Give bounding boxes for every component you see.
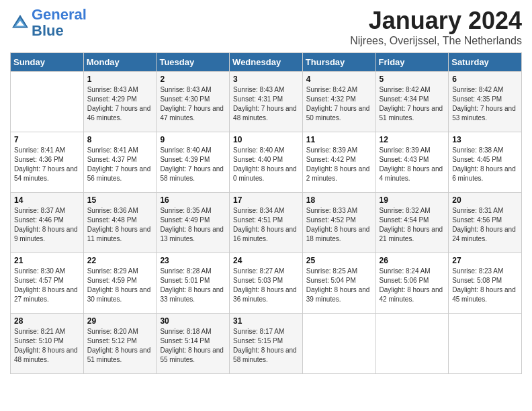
day-info: Sunrise: 8:31 AMSunset: 4:56 PMDaylight:… — [452, 206, 518, 244]
calendar-cell: 14Sunrise: 8:37 AMSunset: 4:46 PMDayligh… — [11, 193, 84, 253]
day-info: Sunrise: 8:21 AMSunset: 5:10 PMDaylight:… — [14, 327, 80, 365]
day-info: Sunrise: 8:17 AMSunset: 5:15 PMDaylight:… — [233, 327, 299, 365]
day-info: Sunrise: 8:42 AMSunset: 4:35 PMDaylight:… — [452, 85, 518, 123]
day-number: 17 — [233, 195, 299, 205]
day-number: 4 — [306, 75, 372, 84]
day-info: Sunrise: 8:40 AMSunset: 4:40 PMDaylight:… — [233, 146, 299, 183]
day-info: Sunrise: 8:24 AMSunset: 5:06 PMDaylight:… — [380, 267, 445, 304]
day-number: 21 — [14, 256, 80, 265]
weekday-header-wednesday: Wednesday — [230, 53, 303, 72]
day-info: Sunrise: 8:18 AMSunset: 5:14 PMDaylight:… — [160, 327, 226, 365]
day-info: Sunrise: 8:40 AMSunset: 4:39 PMDaylight:… — [160, 146, 226, 183]
day-number: 22 — [87, 256, 153, 265]
day-info: Sunrise: 8:30 AMSunset: 4:57 PMDaylight:… — [14, 267, 80, 304]
day-number: 15 — [87, 195, 153, 205]
day-number: 5 — [380, 75, 445, 84]
calendar-cell: 22Sunrise: 8:29 AMSunset: 4:59 PMDayligh… — [83, 253, 157, 314]
day-info: Sunrise: 8:42 AMSunset: 4:32 PMDaylight:… — [306, 85, 372, 123]
day-info: Sunrise: 8:28 AMSunset: 5:01 PMDaylight:… — [160, 267, 226, 304]
day-number: 16 — [160, 195, 226, 205]
day-info: Sunrise: 8:23 AMSunset: 5:08 PMDaylight:… — [452, 267, 518, 304]
calendar-cell: 8Sunrise: 8:41 AMSunset: 4:37 PMDaylight… — [83, 132, 157, 193]
calendar-cell: 21Sunrise: 8:30 AMSunset: 4:57 PMDayligh… — [11, 253, 84, 314]
calendar-cell: 24Sunrise: 8:27 AMSunset: 5:03 PMDayligh… — [230, 253, 303, 314]
day-number: 10 — [233, 135, 299, 144]
day-info: Sunrise: 8:41 AMSunset: 4:37 PMDaylight:… — [87, 146, 153, 183]
day-number: 3 — [233, 75, 299, 84]
day-info: Sunrise: 8:43 AMSunset: 4:30 PMDaylight:… — [160, 85, 226, 123]
calendar-cell: 18Sunrise: 8:33 AMSunset: 4:52 PMDayligh… — [302, 193, 375, 253]
logo-icon — [10, 13, 30, 33]
day-info: Sunrise: 8:38 AMSunset: 4:45 PMDaylight:… — [452, 146, 518, 183]
calendar-cell: 25Sunrise: 8:25 AMSunset: 5:04 PMDayligh… — [302, 253, 375, 314]
location-title: Nijrees, Overijssel, The Netherlands — [350, 35, 522, 47]
weekday-header-sunday: Sunday — [11, 53, 84, 72]
calendar-cell: 6Sunrise: 8:42 AMSunset: 4:35 PMDaylight… — [449, 72, 522, 132]
calendar-week-row: 21Sunrise: 8:30 AMSunset: 4:57 PMDayligh… — [11, 253, 522, 314]
day-info: Sunrise: 8:20 AMSunset: 5:12 PMDaylight:… — [87, 327, 153, 365]
calendar-week-row: 7Sunrise: 8:41 AMSunset: 4:36 PMDaylight… — [11, 132, 522, 193]
day-info: Sunrise: 8:25 AMSunset: 5:04 PMDaylight:… — [306, 267, 372, 304]
calendar-cell: 1Sunrise: 8:43 AMSunset: 4:29 PMDaylight… — [83, 72, 157, 132]
calendar-cell: 17Sunrise: 8:34 AMSunset: 4:51 PMDayligh… — [230, 193, 303, 253]
logo-text: GeneralBlue — [32, 7, 87, 39]
day-info: Sunrise: 8:32 AMSunset: 4:54 PMDaylight:… — [380, 206, 445, 244]
day-number: 20 — [452, 195, 518, 205]
day-info: Sunrise: 8:39 AMSunset: 4:42 PMDaylight:… — [306, 146, 372, 183]
calendar-cell: 16Sunrise: 8:35 AMSunset: 4:49 PMDayligh… — [157, 193, 230, 253]
page-header: GeneralBlue January 2024 Nijrees, Overij… — [10, 7, 522, 47]
day-number: 6 — [452, 75, 518, 84]
logo: GeneralBlue — [10, 7, 87, 39]
day-number: 30 — [160, 316, 226, 326]
day-info: Sunrise: 8:27 AMSunset: 5:03 PMDaylight:… — [233, 267, 299, 304]
day-number: 9 — [160, 135, 226, 144]
day-info: Sunrise: 8:43 AMSunset: 4:31 PMDaylight:… — [233, 85, 299, 123]
calendar-cell: 7Sunrise: 8:41 AMSunset: 4:36 PMDaylight… — [11, 132, 84, 193]
day-number: 11 — [306, 135, 372, 144]
day-number: 8 — [87, 135, 153, 144]
day-info: Sunrise: 8:29 AMSunset: 4:59 PMDaylight:… — [87, 267, 153, 304]
day-number: 24 — [233, 256, 299, 265]
day-info: Sunrise: 8:33 AMSunset: 4:52 PMDaylight:… — [306, 206, 372, 244]
day-number: 1 — [87, 75, 153, 84]
weekday-header-row: SundayMondayTuesdayWednesdayThursdayFrid… — [11, 53, 522, 72]
day-info: Sunrise: 8:37 AMSunset: 4:46 PMDaylight:… — [14, 206, 80, 244]
day-number: 26 — [380, 256, 445, 265]
calendar-cell — [11, 72, 84, 132]
day-number: 7 — [14, 135, 80, 144]
day-number: 12 — [380, 135, 445, 144]
day-number: 18 — [306, 195, 372, 205]
calendar-cell — [449, 314, 522, 374]
weekday-header-thursday: Thursday — [302, 53, 375, 72]
calendar-cell: 28Sunrise: 8:21 AMSunset: 5:10 PMDayligh… — [11, 314, 84, 374]
day-number: 28 — [14, 316, 80, 326]
day-info: Sunrise: 8:42 AMSunset: 4:34 PMDaylight:… — [380, 85, 445, 123]
calendar-cell: 31Sunrise: 8:17 AMSunset: 5:15 PMDayligh… — [230, 314, 303, 374]
day-info: Sunrise: 8:39 AMSunset: 4:43 PMDaylight:… — [380, 146, 445, 183]
weekday-header-saturday: Saturday — [449, 53, 522, 72]
day-info: Sunrise: 8:41 AMSunset: 4:36 PMDaylight:… — [14, 146, 80, 183]
calendar-table: SundayMondayTuesdayWednesdayThursdayFrid… — [10, 52, 522, 374]
calendar-cell: 15Sunrise: 8:36 AMSunset: 4:48 PMDayligh… — [83, 193, 157, 253]
calendar-week-row: 14Sunrise: 8:37 AMSunset: 4:46 PMDayligh… — [11, 193, 522, 253]
calendar-week-row: 28Sunrise: 8:21 AMSunset: 5:10 PMDayligh… — [11, 314, 522, 374]
weekday-header-tuesday: Tuesday — [157, 53, 230, 72]
day-info: Sunrise: 8:43 AMSunset: 4:29 PMDaylight:… — [87, 85, 153, 123]
calendar-cell: 12Sunrise: 8:39 AMSunset: 4:43 PMDayligh… — [375, 132, 449, 193]
day-number: 19 — [380, 195, 445, 205]
calendar-week-row: 1Sunrise: 8:43 AMSunset: 4:29 PMDaylight… — [11, 72, 522, 132]
calendar-cell: 23Sunrise: 8:28 AMSunset: 5:01 PMDayligh… — [157, 253, 230, 314]
day-info: Sunrise: 8:36 AMSunset: 4:48 PMDaylight:… — [87, 206, 153, 244]
month-title: January 2024 — [350, 7, 522, 35]
calendar-cell: 10Sunrise: 8:40 AMSunset: 4:40 PMDayligh… — [230, 132, 303, 193]
day-info: Sunrise: 8:35 AMSunset: 4:49 PMDaylight:… — [160, 206, 226, 244]
calendar-cell: 5Sunrise: 8:42 AMSunset: 4:34 PMDaylight… — [375, 72, 449, 132]
calendar-cell — [375, 314, 449, 374]
day-number: 31 — [233, 316, 299, 326]
day-number: 2 — [160, 75, 226, 84]
calendar-cell: 2Sunrise: 8:43 AMSunset: 4:30 PMDaylight… — [157, 72, 230, 132]
weekday-header-monday: Monday — [83, 53, 157, 72]
day-number: 13 — [452, 135, 518, 144]
day-number: 29 — [87, 316, 153, 326]
calendar-cell: 29Sunrise: 8:20 AMSunset: 5:12 PMDayligh… — [83, 314, 157, 374]
